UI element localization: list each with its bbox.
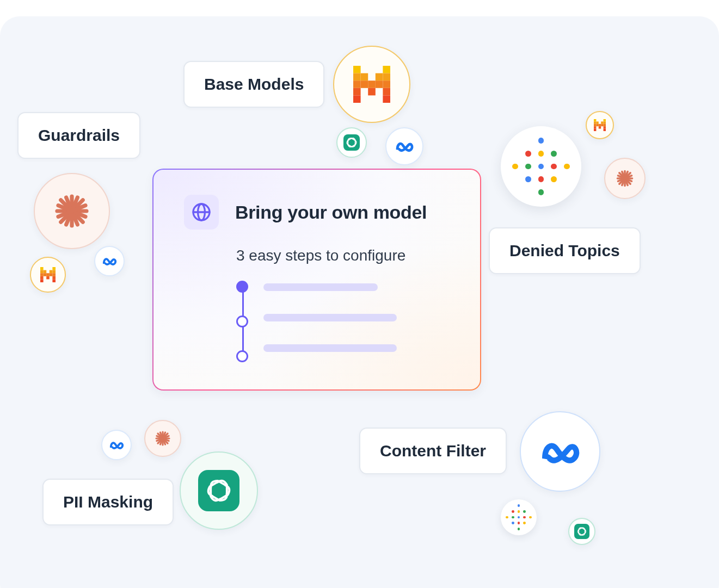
step-dot-2 — [236, 315, 248, 327]
steps-indicator — [236, 281, 452, 362]
chip-pii-masking: PII Masking — [42, 479, 174, 525]
step-dot-1 — [236, 281, 248, 293]
byom-card: Bring your own model 3 easy steps to con… — [152, 169, 481, 391]
card-title: Bring your own model — [235, 202, 427, 223]
google-icon — [501, 126, 581, 207]
chip-content-filter: Content Filter — [359, 428, 507, 474]
meta-icon — [101, 430, 132, 460]
step-dot-3 — [236, 350, 248, 362]
chip-base-models: Base Models — [183, 61, 324, 108]
claude-icon — [34, 173, 110, 249]
mistral-icon — [586, 111, 614, 139]
step-placeholder-bar — [263, 283, 378, 291]
meta-icon — [385, 127, 423, 165]
globe-icon — [184, 195, 219, 230]
google-icon — [501, 499, 537, 535]
chip-denied-topics: Denied Topics — [489, 227, 641, 274]
step-placeholder-bar — [263, 344, 397, 352]
openai-icon — [336, 127, 367, 158]
concept-diagram: Bring your own model 3 easy steps to con… — [0, 16, 719, 588]
step-placeholder-bar — [263, 314, 397, 321]
meta-icon — [520, 411, 600, 492]
claude-icon — [144, 420, 181, 457]
chip-guardrails: Guardrails — [17, 112, 140, 159]
meta-icon — [94, 246, 125, 276]
mistral-icon — [333, 46, 410, 123]
card-inner: Bring your own model 3 easy steps to con… — [153, 170, 480, 389]
openai-icon — [568, 518, 595, 545]
openai-icon — [180, 451, 258, 530]
claude-icon — [604, 158, 646, 199]
card-subtitle: 3 easy steps to configure — [236, 247, 452, 264]
mistral-icon — [30, 257, 66, 293]
